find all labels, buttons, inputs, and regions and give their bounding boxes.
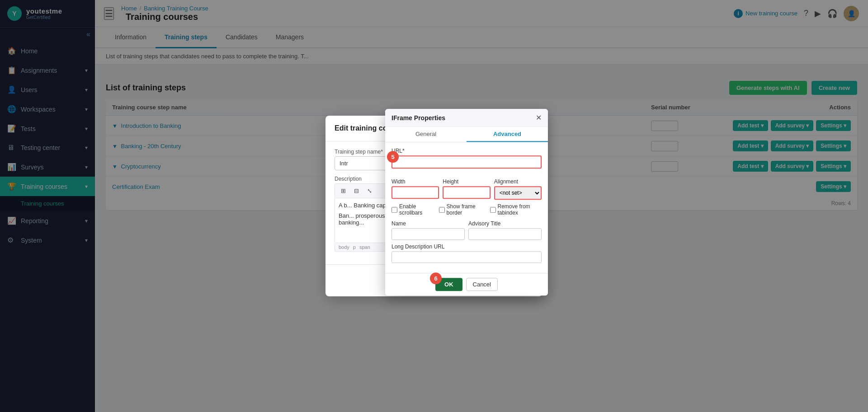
name-advisory-row: Name Advisory Title bbox=[392, 220, 542, 240]
show-frame-border-text: Show frame border bbox=[447, 203, 484, 216]
iframe-modal: IFrame Properties ✕ General Advanced URL… bbox=[385, 109, 548, 295]
url-input[interactable] bbox=[392, 155, 542, 169]
width-input[interactable] bbox=[392, 186, 439, 199]
name-label: Name bbox=[392, 220, 465, 227]
name-input[interactable] bbox=[392, 228, 465, 240]
step-6-badge: 6 bbox=[430, 272, 442, 284]
iframe-tab-advanced[interactable]: Advanced bbox=[467, 127, 548, 142]
dimensions-row: Width Height Alignment <not set> Left Ce… bbox=[392, 178, 542, 200]
iframe-modal-header: IFrame Properties ✕ bbox=[385, 109, 548, 127]
editor-tag-span: span bbox=[359, 244, 370, 250]
long-desc-input[interactable] bbox=[392, 251, 542, 263]
remove-from-tabindex-text: Remove from tabindex bbox=[498, 203, 542, 216]
toolbar-table-btn[interactable]: ⊟ bbox=[351, 186, 362, 196]
alignment-field: Alignment <not set> Left Center Right bbox=[494, 178, 542, 200]
height-label: Height bbox=[443, 178, 490, 185]
iframe-cancel-button[interactable]: Cancel bbox=[466, 278, 498, 291]
iframe-modal-close-button[interactable]: ✕ bbox=[536, 113, 542, 122]
url-field-row: URL* 5 bbox=[392, 148, 542, 173]
iframe-modal-footer: 6 OK Cancel bbox=[385, 273, 548, 295]
remove-from-tabindex-checkbox[interactable] bbox=[490, 207, 496, 213]
enable-scrollbars-label[interactable]: Enable scrollbars bbox=[392, 203, 433, 216]
long-desc-label: Long Description URL bbox=[392, 243, 542, 250]
enable-scrollbars-checkbox[interactable] bbox=[392, 207, 397, 213]
alignment-select[interactable]: <not set> Left Center Right bbox=[494, 186, 542, 200]
checkboxes-row: Enable scrollbars Show frame border Remo… bbox=[392, 203, 542, 216]
remove-from-tabindex-label[interactable]: Remove from tabindex bbox=[490, 203, 542, 216]
iframe-tab-general[interactable]: General bbox=[385, 127, 467, 142]
step-5-badge: 5 bbox=[387, 151, 399, 163]
height-field: Height bbox=[443, 178, 490, 200]
name-field: Name bbox=[392, 220, 465, 240]
alignment-label: Alignment bbox=[494, 178, 542, 185]
editor-tag-p: p bbox=[353, 244, 356, 250]
advisory-title-input[interactable] bbox=[468, 228, 542, 240]
show-frame-border-label[interactable]: Show frame border bbox=[439, 203, 484, 216]
advisory-title-label: Advisory Title bbox=[468, 220, 542, 227]
url-label: URL* bbox=[392, 148, 542, 154]
iframe-modal-tabs: General Advanced bbox=[385, 127, 548, 142]
toolbar-expand-btn[interactable]: ⤡ bbox=[364, 186, 375, 196]
iframe-modal-body: URL* 5 Width Height bbox=[385, 142, 548, 273]
iframe-modal-title: IFrame Properties bbox=[392, 114, 445, 122]
edit-modal: Edit training course step ✕ Training ste… bbox=[326, 116, 542, 296]
width-label: Width bbox=[392, 178, 439, 185]
long-desc-field: Long Description URL bbox=[392, 243, 542, 263]
editor-tag-body: body bbox=[339, 244, 349, 250]
show-frame-border-checkbox[interactable] bbox=[439, 207, 445, 213]
modal-overlay: Edit training course step ✕ Training ste… bbox=[0, 0, 868, 412]
toolbar-source-btn[interactable]: ⊞ bbox=[338, 186, 349, 196]
advisory-title-field: Advisory Title bbox=[468, 220, 542, 240]
enable-scrollbars-text: Enable scrollbars bbox=[399, 203, 433, 216]
height-input[interactable] bbox=[443, 186, 490, 199]
width-field: Width bbox=[392, 178, 439, 200]
